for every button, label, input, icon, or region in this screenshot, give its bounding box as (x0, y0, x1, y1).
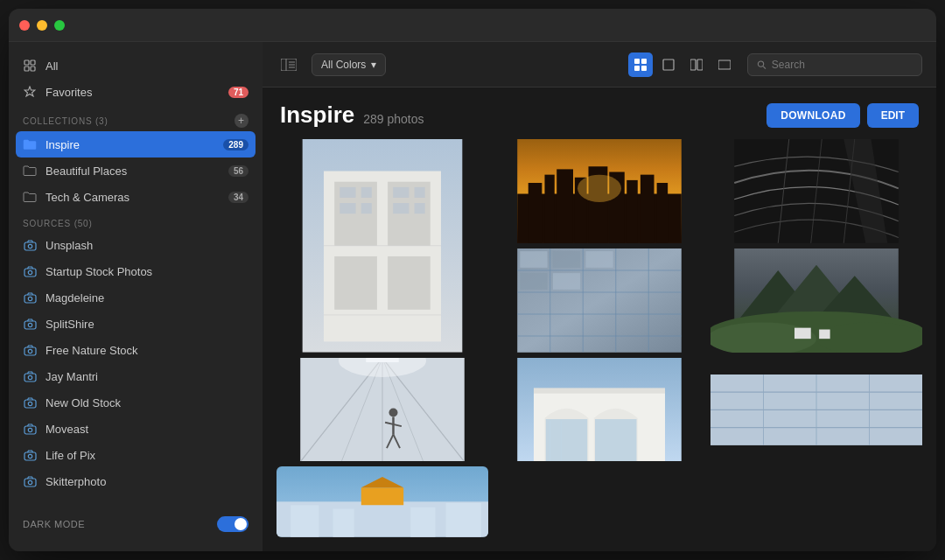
sidebar-item-magdeleine[interactable]: Magdeleine (9, 284, 262, 311)
svg-rect-59 (544, 175, 554, 243)
sidebar-item-skitterphoto[interactable]: Skitterphoto (9, 468, 262, 494)
collections-header: COLLECTIONS (3) + (9, 105, 262, 131)
folder-icon-beautiful (23, 164, 37, 178)
sidebar-item-all[interactable]: All (9, 52, 262, 79)
svg-point-14 (28, 349, 32, 353)
color-filter-dropdown[interactable]: All Colors ▾ (312, 53, 386, 76)
sidebar-item-free-nature[interactable]: Free Nature Stock (9, 337, 262, 363)
camera-icon-new-old-stock (23, 396, 37, 410)
close-button[interactable] (19, 20, 30, 31)
splitshire-label: SplitShire (46, 318, 248, 331)
titlebar (9, 9, 936, 42)
view-single-button[interactable] (656, 52, 681, 77)
svg-rect-64 (626, 180, 638, 243)
photo-item[interactable] (494, 139, 705, 243)
svg-point-102 (389, 408, 398, 416)
magdeleine-label: Magdeleine (46, 291, 248, 304)
search-box (747, 53, 922, 76)
camera-icon-startup (23, 264, 37, 278)
svg-rect-129 (410, 508, 435, 537)
sidebar-item-new-old-stock[interactable]: New Old Stock (9, 389, 262, 416)
svg-rect-37 (718, 60, 731, 69)
svg-rect-23 (24, 479, 36, 486)
svg-point-12 (28, 323, 32, 326)
sidebar-item-startup-stock[interactable]: Startup Stock Photos (9, 258, 262, 284)
tech-badge: 34 (228, 192, 248, 203)
skitterphoto-label: Skitterphoto (46, 475, 248, 488)
svg-point-8 (28, 270, 32, 274)
view-grid-button[interactable] (628, 52, 653, 77)
search-input[interactable] (772, 59, 913, 71)
svg-point-24 (28, 480, 32, 484)
svg-rect-13 (24, 347, 36, 355)
main-content: All Favorites 71 COLLECTIONS (3) + (9, 42, 936, 551)
dark-mode-toggle[interactable] (217, 516, 248, 532)
tech-cameras-label: Tech & Cameras (46, 191, 220, 204)
svg-rect-47 (361, 187, 372, 198)
svg-rect-112 (534, 388, 665, 393)
svg-rect-58 (528, 183, 542, 243)
photo-item[interactable] (494, 358, 705, 462)
camera-icon-jay-mantri (23, 369, 37, 383)
photo-item[interactable] (710, 248, 922, 353)
svg-rect-33 (641, 66, 647, 71)
svg-rect-31 (641, 59, 647, 64)
photo-item[interactable] (276, 358, 488, 462)
svg-rect-1 (31, 60, 35, 65)
photo-item[interactable] (710, 358, 922, 462)
svg-rect-130 (446, 503, 481, 537)
svg-point-16 (28, 375, 32, 379)
add-collection-button[interactable]: + (234, 114, 248, 128)
svg-point-67 (578, 175, 621, 202)
svg-rect-66 (657, 183, 668, 243)
svg-rect-30 (634, 59, 640, 64)
startup-stock-label: Startup Stock Photos (46, 265, 248, 278)
beautiful-places-label: Beautiful Places (46, 164, 220, 178)
photo-item[interactable] (494, 248, 705, 353)
edit-button[interactable]: EDIT (867, 103, 919, 128)
svg-rect-17 (24, 400, 36, 408)
sidebar-item-jay-mantri[interactable]: Jay Mantri (9, 363, 262, 389)
svg-rect-34 (663, 60, 674, 70)
svg-rect-60 (556, 169, 573, 242)
jay-mantri-label: Jay Mantri (46, 370, 248, 383)
dropdown-arrow-icon: ▾ (371, 59, 376, 71)
sidebar-item-life-of-pix[interactable]: Life of Pix (9, 442, 262, 468)
toolbar: All Colors ▾ (262, 42, 936, 88)
maximize-button[interactable] (54, 20, 65, 31)
sidebar-item-favorites[interactable]: Favorites 71 (9, 79, 262, 105)
moveast-label: Moveast (46, 423, 248, 436)
svg-rect-36 (697, 60, 703, 70)
svg-rect-35 (690, 60, 696, 70)
camera-icon-splitshire (23, 317, 37, 331)
view-wide-button[interactable] (712, 52, 737, 77)
minimize-button[interactable] (37, 20, 47, 31)
svg-point-10 (28, 297, 32, 300)
sidebar-item-moveast[interactable]: Moveast (9, 416, 262, 442)
sidebar-item-tech-cameras[interactable]: Tech & Cameras 34 (9, 184, 262, 210)
sidebar-item-beautiful-places[interactable]: Beautiful Places 56 (9, 158, 262, 184)
svg-rect-81 (520, 251, 547, 268)
camera-icon-skitterphoto (23, 474, 37, 488)
svg-rect-84 (520, 273, 547, 290)
svg-rect-7 (24, 269, 36, 276)
sidebar-item-unsplash[interactable]: Unsplash (9, 232, 262, 258)
free-nature-label: Free Nature Stock (46, 344, 248, 357)
svg-rect-110 (546, 419, 588, 462)
sidebar-item-inspire[interactable]: Inspire 289 (16, 131, 256, 158)
svg-marker-4 (24, 87, 35, 96)
gallery-count: 289 photos (363, 112, 424, 126)
photo-item[interactable] (276, 466, 488, 537)
download-button[interactable]: DOWNLOAD (766, 103, 859, 128)
view-options (628, 52, 737, 77)
new-old-stock-label: New Old Stock (46, 396, 248, 410)
sidebar-toggle-button[interactable] (276, 52, 301, 77)
photo-item[interactable] (276, 139, 488, 353)
inspire-label: Inspire (46, 138, 214, 151)
photo-item[interactable] (710, 139, 922, 243)
svg-rect-83 (585, 251, 612, 268)
view-two-col-button[interactable] (684, 52, 709, 77)
svg-rect-50 (340, 203, 355, 214)
sidebar-item-splitshire[interactable]: SplitShire (9, 311, 262, 337)
svg-rect-3 (31, 66, 35, 71)
